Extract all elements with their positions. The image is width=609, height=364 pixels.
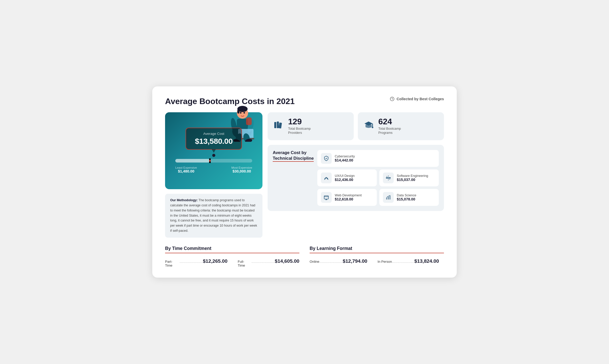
clock-icon [390, 97, 394, 101]
svg-rect-4 [237, 109, 239, 114]
in-person-dots: ........................ [392, 260, 414, 264]
online-dots: ......................... [319, 260, 343, 264]
left-panel: Average Cost $13,580.00 Least Expensive … [165, 112, 262, 238]
programs-label: Total BootcampPrograms [378, 127, 401, 135]
svg-rect-19 [279, 123, 282, 128]
discipline-data: Data Science $15,078.00 [379, 189, 439, 206]
gauge-labels: Least Expensive $1,480.00 Most Expensive… [173, 166, 255, 173]
methodology-bold: Our Methodology: [170, 198, 198, 202]
part-time-item: Part-Time ......................... $12,… [165, 258, 227, 267]
discipline-divider [273, 161, 314, 162]
full-time-value: $14,605.00 [275, 258, 299, 264]
most-expensive-label: Most Expensive $30,000.00 [231, 166, 252, 173]
software-name: Software Engineering [397, 174, 435, 178]
online-value: $12,794.00 [343, 258, 367, 264]
data-icon [383, 192, 394, 203]
svg-point-22 [372, 127, 373, 128]
gauge-bar-fill [175, 159, 210, 163]
time-commitment-block: By Time Commitment Part-Time ...........… [165, 246, 299, 267]
discipline-card: Average Cost byTechnical Discipline [268, 145, 444, 211]
in-person-item: In Person ........................ $13,8… [378, 258, 439, 264]
books-icon [273, 119, 284, 133]
least-expensive-label: Least Expensive $1,480.00 [175, 166, 197, 173]
svg-point-29 [388, 177, 389, 179]
discipline-grid: UX/UI Design $12,436.00 [317, 169, 439, 206]
gauge-dot [212, 154, 215, 157]
learning-format-block: By Learning Format Online ..............… [310, 246, 444, 267]
right-section: 129 Total BootcampProviders [268, 112, 444, 238]
svg-rect-36 [386, 198, 387, 199]
discipline-title-col: Average Cost byTechnical Discipline [273, 150, 314, 206]
svg-point-28 [327, 178, 328, 179]
main-card: Average Bootcamp Costs in 2021 Collected… [152, 86, 457, 278]
gauge-card: Average Cost $13,580.00 Least Expensive … [165, 112, 262, 189]
learning-format-title: By Learning Format [310, 246, 444, 251]
web-icon [321, 192, 332, 203]
avg-cost-label: Average Cost [192, 132, 235, 136]
programs-number: 624 [378, 117, 401, 126]
svg-rect-21 [372, 124, 373, 127]
full-time-label: Full-Time [238, 260, 251, 267]
online-item: Online ......................... $12,794… [310, 258, 367, 264]
avg-cost-value: $13,580.00 [192, 137, 235, 146]
providers-label: Total BootcampProviders [288, 127, 311, 135]
gauge-bar-indicator [209, 158, 211, 163]
svg-rect-32 [324, 196, 329, 199]
full-time-dots: ......................... [251, 260, 275, 264]
time-commitment-row: Part-Time ......................... $12,… [165, 258, 299, 267]
providers-stat: 129 Total BootcampProviders [268, 112, 354, 140]
learning-divider [310, 253, 444, 253]
cybersecurity-cost: $14,442.00 [335, 158, 435, 162]
full-time-item: Full-Time ......................... $14,… [238, 258, 299, 267]
web-name: Web Development [335, 193, 373, 197]
bottom-section: By Time Commitment Part-Time ...........… [165, 246, 444, 267]
programs-info: 624 Total BootcampPrograms [378, 117, 401, 135]
svg-rect-18 [277, 122, 279, 128]
online-label: Online [310, 260, 319, 264]
gauge-bar [175, 159, 252, 163]
part-time-value: $12,265.00 [203, 258, 227, 264]
discipline-cybersecurity: Cybersecurity $14,442.00 [317, 150, 439, 167]
svg-rect-17 [274, 122, 276, 128]
in-person-label: In Person [378, 260, 392, 264]
time-commitment-title: By Time Commitment [165, 246, 299, 251]
svg-point-27 [325, 178, 326, 179]
cybersecurity-name: Cybersecurity [335, 154, 435, 158]
discipline-software: Software Engineering $15,037.00 [379, 169, 439, 186]
top-section: Average Cost $13,580.00 Least Expensive … [165, 112, 444, 238]
shield-icon [321, 153, 332, 164]
graduation-icon [363, 119, 374, 133]
svg-point-12 [243, 112, 245, 114]
uxui-name: UX/UI Design [335, 174, 373, 178]
discipline-web: Web Development $12,618.00 [317, 189, 377, 206]
discipline-title: Average Cost byTechnical Discipline [273, 150, 314, 161]
learning-format-row: Online ......................... $12,794… [310, 258, 444, 264]
svg-rect-37 [388, 197, 389, 199]
in-person-value: $13,824.00 [414, 258, 439, 264]
time-divider [165, 253, 299, 253]
part-time-dots: ......................... [179, 260, 203, 264]
header: Average Bootcamp Costs in 2021 Collected… [165, 97, 444, 106]
design-icon [321, 173, 332, 183]
methodology-box: Our Methodology: The bootcamp programs u… [165, 194, 262, 238]
average-cost-bubble: Average Cost $13,580.00 [186, 128, 242, 150]
discipline-main: Average Cost byTechnical Discipline [273, 150, 439, 206]
discipline-items: Cybersecurity $14,442.00 [317, 150, 439, 206]
uxui-cost: $12,436.00 [335, 178, 373, 182]
svg-point-11 [240, 112, 241, 114]
software-cost: $15,037.00 [397, 178, 435, 182]
programs-stat: 624 Total BootcampPrograms [358, 112, 444, 140]
cybersecurity-row: Cybersecurity $14,442.00 [317, 150, 439, 167]
methodology-text: The bootcamp programs used to calculate … [170, 198, 257, 233]
collected-by-label: Collected by Best Colleges [390, 97, 444, 101]
svg-rect-38 [390, 196, 391, 200]
data-cost: $15,078.00 [397, 197, 435, 201]
part-time-label: Part-Time [165, 260, 179, 267]
providers-number: 129 [288, 117, 311, 126]
discipline-uxui: UX/UI Design $12,436.00 [317, 169, 377, 186]
svg-rect-10 [246, 117, 252, 125]
data-name: Data Science [397, 193, 435, 197]
engineering-icon [383, 173, 394, 183]
web-cost: $12,618.00 [335, 197, 373, 201]
stats-row: 129 Total BootcampProviders [268, 112, 444, 140]
